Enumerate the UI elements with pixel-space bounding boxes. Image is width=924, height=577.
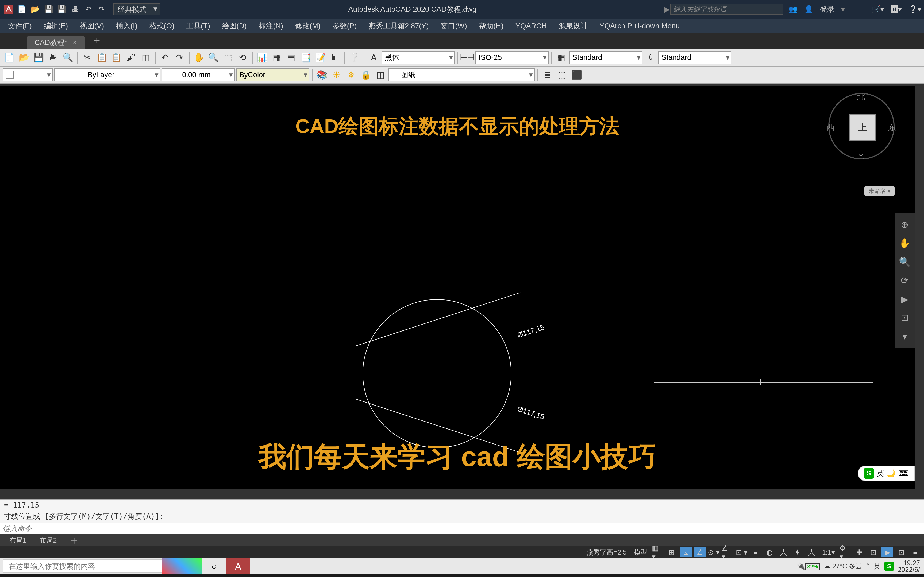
dimension-text-2[interactable]: Ø117,15 [516,405,546,422]
layout-tab-2[interactable]: 布局2 [33,535,64,546]
properties-icon[interactable]: 📊 [255,51,269,64]
weather-widget[interactable]: ☁ 27°C 多云 [824,562,862,571]
nav-orbit-icon[interactable]: ⟳ [895,271,914,290]
help-icon[interactable]: ❔▾ [908,5,921,14]
cleanscreen-icon[interactable]: ⊡ [895,547,908,558]
layer-manager-icon[interactable]: 📚 [315,68,329,82]
layer-dropdown[interactable]: 图纸 [388,68,535,82]
nav-wheel-icon[interactable]: ⊕ [895,215,914,234]
cut-icon[interactable]: ✂ [81,51,94,64]
sheetset-icon[interactable]: 📑 [299,51,313,64]
sogou-tray-icon[interactable]: S [884,561,894,571]
clock-date[interactable]: 2022/6/ [898,566,920,573]
preview-icon[interactable]: 🔍 [61,51,74,64]
zoomprev-icon[interactable]: ⟲ [236,51,249,64]
layout-tab-1[interactable]: 布局1 [3,535,33,546]
layer-color-icon[interactable]: ◫ [374,68,387,82]
cmd-close-icon[interactable]: ✕ [12,86,20,488]
menu-modify[interactable]: 修改(M) [290,20,326,32]
open-icon[interactable]: 📂 [18,51,31,64]
redo-icon[interactable]: ↷ [96,3,108,15]
menu-yuanquan[interactable]: 源泉设计 [553,20,593,32]
autocad-taskbar-icon[interactable]: A [226,558,250,574]
clock-time[interactable]: 19:27 [898,559,920,566]
exchange-icon[interactable]: 🛒▾ [871,5,884,14]
dimstyle-icon[interactable]: ⊢⊣ [461,51,474,64]
otrack-icon[interactable]: ∠ ▾ [722,547,733,558]
hardware-icon[interactable]: ▶ [882,547,893,558]
gear-icon[interactable]: ⚙ ▾ [840,547,851,558]
tablestyle-dropdown[interactable]: Standard [658,51,732,64]
cycling-icon[interactable]: 人 [777,547,790,558]
undo-icon[interactable]: ↶ [158,51,172,64]
login-button[interactable]: 登录 [820,5,834,14]
menu-yqarch-pulldown[interactable]: YQArch Pull-down Menu [594,20,685,32]
matchprop-icon[interactable]: 🖌 [124,51,138,64]
ime-indicator[interactable]: S 英 🌙 ⌨ [858,466,914,481]
new-icon[interactable]: 📄 [3,51,16,64]
ortho-icon[interactable]: ⊾ [680,547,692,558]
annoscale-icon[interactable]: 人 [806,547,817,558]
status-model-button[interactable]: 模型 [631,547,650,558]
toolpalettes-icon[interactable]: ▤ [284,51,298,64]
new-icon[interactable]: 📄 [16,3,28,15]
plotstyle-dropdown[interactable]: ByColor [236,68,309,82]
customize-icon[interactable]: ≡ [909,547,921,558]
menu-tools[interactable]: 工具(T) [181,20,215,32]
autocad-logo-icon[interactable] [3,3,15,15]
transparency-icon[interactable]: ◐ [764,547,775,558]
infocenter-icon[interactable]: 👥 [788,5,798,14]
layeroff-icon[interactable]: ⬛ [570,68,583,82]
menu-dimension[interactable]: 标注(N) [253,20,289,32]
ime-tray[interactable]: 英 [874,562,880,571]
help-icon[interactable]: ❔ [348,51,361,64]
nav-zoom-icon[interactable]: 🔍 [895,253,914,271]
plot-icon[interactable]: 🖶 [69,3,81,15]
close-icon[interactable]: × [73,38,77,47]
plot-icon[interactable]: 🖶 [47,51,60,64]
snap-icon[interactable]: ⊞ [666,547,678,558]
viewcube-north[interactable]: 北 [857,91,865,102]
freeze-icon[interactable]: ❄ [345,68,358,82]
textstyle-dropdown[interactable]: Standard [569,51,643,64]
menu-format[interactable]: 格式(O) [144,20,180,32]
viewcube-south[interactable]: 南 [857,150,865,161]
undo-icon[interactable]: ↶ [82,3,94,15]
scale-dropdown[interactable]: 1:1 ▾ [819,548,837,557]
viewcube[interactable]: 上 北 南 东 西 未命名 ▾ [828,93,895,173]
cortana-icon[interactable]: ○ [202,558,226,574]
menu-insert[interactable]: 插入(I) [111,20,143,32]
menu-yanxiu[interactable]: 燕秀工具箱2.87(Y) [363,20,434,32]
menu-help[interactable]: 帮助(H) [473,20,509,32]
battery-icon[interactable]: 🔌32% [797,562,820,570]
tray-expand-icon[interactable]: ˄ [866,562,870,570]
viewcube-west[interactable]: 西 [827,122,835,133]
layeriso-icon[interactable]: ⬚ [555,68,569,82]
drawing-canvas[interactable]: CAD绘图标注数据不显示的处理方法 Ø117,15 Ø117,15 我们每天来学… [0,86,914,489]
dimension-text-1[interactable]: Ø117,15 [516,323,546,340]
app-icon[interactable]: 🅰▾ [891,5,902,14]
osnap-icon[interactable]: ⊡ ▾ [736,547,748,558]
dimstyle-dropdown[interactable]: ISO-25 [475,51,549,64]
help-search-input[interactable]: 键入关键字或短语 [670,4,783,15]
command-input[interactable] [3,524,921,533]
open-icon[interactable]: 📂 [29,3,41,15]
save-icon[interactable]: 💾 [32,51,45,64]
save-icon[interactable]: 💾 [42,3,55,15]
designcenter-icon[interactable]: ▦ [270,51,283,64]
isodraft-icon[interactable]: ⊙ ▾ [708,547,720,558]
sun-icon[interactable]: ☀ [330,68,343,82]
menu-yqarch[interactable]: YQARCH [510,20,552,32]
markup-icon[interactable]: 📝 [314,51,327,64]
user-icon[interactable]: 👤 [804,5,813,14]
viewcube-top[interactable]: 上 [849,114,876,141]
copy-icon[interactable]: 📋 [95,51,108,64]
add-tab-button[interactable]: ＋ [86,31,107,49]
mleaderstyle-icon[interactable]: ⤹ [644,51,657,64]
tablestyle-icon[interactable]: ▦ [554,51,568,64]
layerstate-icon[interactable]: ≣ [541,68,554,82]
color-dropdown[interactable] [3,68,53,82]
menu-parametric[interactable]: 参数(P) [327,20,362,32]
font-dropdown[interactable]: 黑体 [382,51,455,64]
menu-window[interactable]: 窗口(W) [436,20,472,32]
